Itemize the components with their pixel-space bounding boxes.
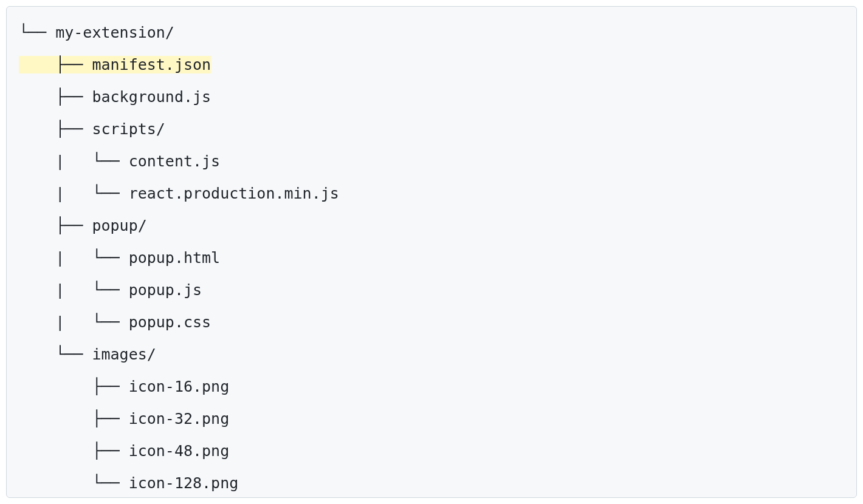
tree-prefix: └── [19,474,129,492]
tree-prefix: ├── [19,88,92,106]
tree-line: ├── popup/ [19,209,844,242]
tree-prefix: | └── [19,313,129,331]
tree-filename: popup.html [129,249,221,267]
file-tree-block: └── my-extension/ ├── manifest.json ├── … [6,6,857,498]
tree-line: └── images/ [19,338,844,370]
tree-prefix: └── [19,24,55,41]
tree-filename: content.js [129,152,221,170]
tree-filename: popup.css [129,313,211,331]
tree-prefix: | └── [19,281,129,299]
tree-prefix: ├── [19,410,129,427]
tree-line: ├── icon-16.png [19,370,844,403]
tree-line: | └── popup.css [19,306,844,338]
tree-line: ├── scripts/ [19,113,844,145]
tree-prefix: ├── [19,120,92,138]
tree-prefix: ├── [19,217,92,234]
tree-filename: icon-32.png [129,410,230,427]
tree-filename: manifest.json [92,56,211,73]
tree-filename: icon-48.png [129,442,230,460]
tree-prefix: | └── [19,185,129,202]
tree-filename: popup.js [129,281,202,299]
tree-filename: background.js [92,88,211,106]
tree-line: └── icon-128.png [19,467,844,499]
tree-line: | └── content.js [19,145,844,177]
tree-filename: icon-16.png [129,378,230,395]
tree-filename: react.production.min.js [129,185,339,202]
tree-line: ├── background.js [19,81,844,113]
tree-line: └── my-extension/ [19,16,844,49]
tree-prefix: ├── [19,378,129,395]
tree-line: | └── popup.js [19,274,844,306]
tree-filename: popup/ [92,217,146,234]
tree-filename: scripts/ [92,120,165,138]
tree-line: | └── popup.html [19,242,844,274]
tree-line: ├── icon-32.png [19,403,844,435]
tree-line: ├── manifest.json [19,49,844,81]
tree-container: └── my-extension/ ├── manifest.json ├── … [19,16,844,499]
tree-prefix: | └── [19,152,129,170]
tree-line: | └── react.production.min.js [19,177,844,209]
tree-prefix: | └── [19,249,129,267]
tree-filename: images/ [92,346,156,363]
highlighted-line: ├── manifest.json [19,56,211,73]
tree-line: ├── icon-48.png [19,435,844,467]
tree-filename: my-extension/ [55,24,174,41]
tree-prefix: └── [19,346,92,363]
tree-prefix: ├── [19,56,92,73]
tree-prefix: ├── [19,442,129,460]
tree-filename: icon-128.png [129,474,239,492]
